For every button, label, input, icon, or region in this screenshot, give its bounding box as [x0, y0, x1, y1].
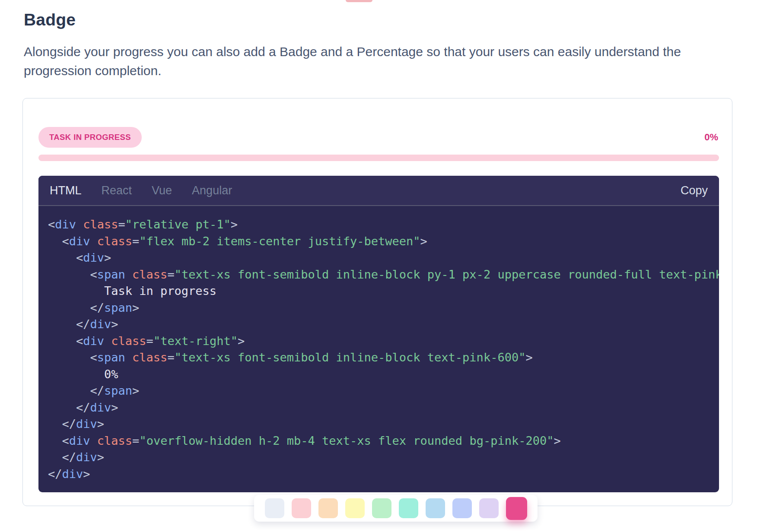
- code-line: </div>: [48, 449, 719, 466]
- code-line: <span class="text-xs font-semibold inlin…: [48, 266, 719, 283]
- code-line: <div class="text-right">: [48, 333, 719, 350]
- color-swatch-bar: [254, 495, 538, 522]
- code-line: <div class="flex mb-2 items-center justi…: [48, 233, 719, 250]
- code-line: </div>: [48, 466, 719, 483]
- tab-html[interactable]: HTML: [50, 184, 82, 197]
- color-swatch-3[interactable]: [318, 498, 338, 518]
- partial-progress-bar-sliver: [346, 0, 372, 2]
- code-line: 0%: [48, 366, 719, 383]
- page-title: Badge: [24, 10, 76, 29]
- progress-bar-track: [38, 155, 719, 161]
- color-swatch-4[interactable]: [345, 498, 365, 518]
- code-content: <div class="relative pt-1"> <div class="…: [38, 206, 719, 482]
- tab-vue[interactable]: Vue: [152, 184, 172, 197]
- code-line: </div>: [48, 316, 719, 333]
- demo-card: TASK IN PROGRESS 0% HTMLReactVueAngular …: [22, 98, 732, 506]
- color-swatch-6[interactable]: [399, 498, 418, 518]
- page-description: Alongside your progress you can also add…: [24, 42, 719, 80]
- tab-angular[interactable]: Angular: [192, 184, 232, 197]
- color-swatch-2[interactable]: [292, 498, 311, 518]
- code-line: </span>: [48, 383, 719, 399]
- code-line: <div class="relative pt-1">: [48, 216, 719, 233]
- color-swatch-7[interactable]: [426, 498, 445, 518]
- color-swatch-5[interactable]: [372, 498, 391, 518]
- code-line: <div>: [48, 250, 719, 266]
- color-swatch-8[interactable]: [452, 498, 472, 518]
- color-swatch-9[interactable]: [479, 498, 499, 518]
- copy-button[interactable]: Copy: [681, 184, 708, 197]
- status-badge: TASK IN PROGRESS: [38, 127, 142, 148]
- code-line: Task in progress: [48, 283, 719, 300]
- tab-react[interactable]: React: [102, 184, 132, 197]
- code-line: <span class="text-xs font-semibold inlin…: [48, 349, 719, 366]
- color-swatch-10-selected[interactable]: [506, 497, 527, 520]
- code-tabs-bar: HTMLReactVueAngular Copy: [38, 176, 719, 206]
- code-line: </div>: [48, 416, 719, 433]
- badge-row: TASK IN PROGRESS 0%: [38, 127, 718, 148]
- color-swatch-1[interactable]: [265, 498, 284, 518]
- code-line: </span>: [48, 300, 719, 317]
- code-line: <div class="overflow-hidden h-2 mb-4 tex…: [48, 433, 719, 450]
- code-line: </div>: [48, 399, 719, 416]
- code-block: HTMLReactVueAngular Copy <div class="rel…: [38, 176, 719, 492]
- percentage-label: 0%: [704, 132, 718, 143]
